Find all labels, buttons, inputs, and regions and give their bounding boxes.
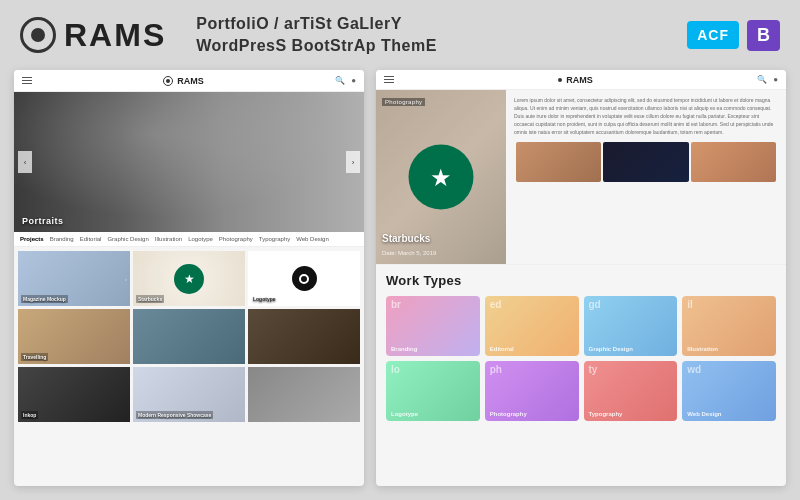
hero-prev-button[interactable]: ‹ — [18, 151, 32, 173]
header: RAMS PortfoliO / arTiSt GaLlerY WordPres… — [0, 0, 800, 70]
left-preview-header: RAMS 🔍 ● — [14, 70, 364, 92]
mosaic-girl-photo — [516, 142, 601, 182]
menu-icon[interactable]: ● — [351, 76, 356, 85]
work-type-label-branding: Branding — [391, 346, 417, 352]
left-preview-logo: RAMS — [163, 76, 204, 86]
starbucks-title: Starbucks — [382, 233, 430, 244]
right-top-section: Photography ★ Starbucks Date: March 5, 2… — [376, 90, 786, 265]
starbucks-star-icon: ★ — [184, 272, 195, 286]
grid-item-logotype[interactable]: Logotype — [248, 251, 360, 306]
grid-item-label: Magazine Mockup — [21, 295, 68, 303]
left-preview-panel: RAMS 🔍 ● Portraits ‹ › Projects Branding… — [14, 70, 364, 486]
work-types-grid-bottom: lo Logotype ph Photography ty Typography… — [386, 361, 776, 421]
mosaic-tablet-photo — [603, 142, 688, 182]
work-type-label-il: Illustration — [687, 346, 718, 352]
badges-area: ACF B — [687, 20, 780, 51]
card-label-top-lo: lo — [391, 365, 400, 375]
logo-area: RAMS — [20, 17, 166, 54]
portfolio-grid: Magazine Mockup › ★ Starbucks Logotype T… — [14, 247, 364, 426]
filter-tab-typography[interactable]: Typography — [259, 236, 290, 242]
work-type-branding[interactable]: br Branding — [386, 296, 480, 356]
work-types-title: Work Types — [386, 273, 776, 288]
grid-item-travelling[interactable]: Travelling — [18, 309, 130, 364]
search-icon[interactable]: 🔍 — [335, 76, 345, 85]
image-mosaic — [514, 140, 778, 184]
filter-tab-editorial[interactable]: Editorial — [80, 236, 102, 242]
right-preview-panel: RAMS 🔍 ● Photography ★ Starbucks Date: M… — [376, 70, 786, 486]
logo-text: RAMS — [64, 17, 166, 54]
grid-item-label-logotype: Logotype — [251, 295, 278, 303]
card-label-top-ph: ph — [490, 365, 502, 375]
grid-item-magazine-mockup[interactable]: Magazine Mockup › — [18, 251, 130, 306]
right-preview-logo: RAMS — [558, 75, 593, 85]
work-type-label-lo: Logotype — [391, 411, 418, 417]
card-label-top-ty: ty — [589, 365, 598, 375]
work-type-label-ph: Photography — [490, 411, 527, 417]
work-type-logotype[interactable]: lo Logotype — [386, 361, 480, 421]
work-types-grid-top: br Branding ed Editorial gd Graphic Desi… — [386, 296, 776, 356]
work-type-illustration[interactable]: il Illustration — [682, 296, 776, 356]
work-type-web-design[interactable]: wd Web Design — [682, 361, 776, 421]
work-type-graphic-design[interactable]: gd Graphic Design — [584, 296, 678, 356]
work-type-label-gd: Graphic Design — [589, 346, 633, 352]
hamburger-icon[interactable] — [22, 77, 32, 85]
filter-tab-graphic-design[interactable]: Graphic Design — [107, 236, 148, 242]
mini-logo-circle — [163, 76, 173, 86]
bootstrap-badge: B — [747, 20, 780, 51]
starbucks-date: Date: March 5, 2019 — [382, 250, 436, 256]
subtitle-line2: WordPresS BootStrAp ThemE — [196, 35, 687, 57]
right-search-icon[interactable]: 🔍 — [757, 75, 767, 84]
work-type-photography[interactable]: ph Photography — [485, 361, 579, 421]
grid-item-label-travelling: Travelling — [21, 353, 48, 361]
right-menu-dot[interactable]: ● — [773, 75, 778, 84]
right-preview-header: RAMS 🔍 ● — [376, 70, 786, 90]
card-label-top-editorial: ed — [490, 300, 502, 310]
starbucks-overlay: ★ — [409, 145, 474, 210]
starbucks-big-circle: ★ — [409, 145, 474, 210]
filter-tabs: Projects Branding Editorial Graphic Desi… — [14, 232, 364, 247]
grid-item-other[interactable] — [248, 367, 360, 422]
card-label-top-il: il — [687, 300, 693, 310]
grid-item-inkop[interactable]: Inkop — [18, 367, 130, 422]
filter-tab-branding[interactable]: Branding — [50, 236, 74, 242]
card-label-top-gd: gd — [589, 300, 601, 310]
grid-item-starbucks[interactable]: ★ Starbucks — [133, 251, 245, 306]
main-content: RAMS 🔍 ● Portraits ‹ › Projects Branding… — [0, 70, 800, 500]
right-hamburger-icon[interactable] — [384, 76, 394, 84]
right-header-icons: 🔍 ● — [757, 75, 778, 84]
card-label-top-wd: wd — [687, 365, 701, 375]
hero-area: Portraits ‹ › — [14, 92, 364, 232]
grid-item-modern-showcase[interactable]: Modern Responsive Showcase — [133, 367, 245, 422]
work-type-label-editorial: Editorial — [490, 346, 514, 352]
acf-badge: ACF — [687, 21, 739, 49]
grid-item-label-inkop: Inkop — [21, 411, 38, 419]
portrait-overlay — [14, 92, 364, 232]
filter-tab-logotype[interactable]: Logotype — [188, 236, 213, 242]
work-types-section: Work Types br Branding ed Editorial gd G… — [376, 265, 786, 434]
grid-item-label-modern: Modern Responsive Showcase — [136, 411, 213, 419]
work-type-label-ty: Typography — [589, 411, 623, 417]
right-starbucks-panel: Photography ★ Starbucks Date: March 5, 2… — [376, 90, 506, 264]
logotype-inner-ring — [299, 274, 309, 284]
logo-inner-dot — [31, 28, 45, 42]
preview-header-icons: 🔍 ● — [335, 76, 356, 85]
starbucks-logo-circle: ★ — [174, 264, 204, 294]
starbucks-big-star: ★ — [430, 163, 452, 191]
mosaic-coffee-photo — [691, 142, 776, 182]
hero-label: Portraits — [22, 216, 64, 226]
filter-tab-web-design[interactable]: Web Design — [296, 236, 329, 242]
hero-next-button[interactable]: › — [346, 151, 360, 173]
work-type-label-wd: Web Design — [687, 411, 721, 417]
grid-item-texture[interactable] — [248, 309, 360, 364]
card-label-top-branding: br — [391, 300, 401, 310]
work-type-editorial[interactable]: ed Editorial — [485, 296, 579, 356]
grid-arrow-icon: › — [125, 276, 127, 282]
right-top-right: Lorem ipsum dolor sit amet, consectetur … — [506, 90, 786, 264]
filter-tab-illustration[interactable]: Illustration — [155, 236, 182, 242]
grid-item-city[interactable] — [133, 309, 245, 364]
filter-tab-photography[interactable]: Photography — [219, 236, 253, 242]
photography-label: Photography — [382, 98, 425, 106]
filter-tab-projects[interactable]: Projects — [20, 236, 44, 242]
logo-circle-icon — [20, 17, 56, 53]
work-type-typography[interactable]: ty Typography — [584, 361, 678, 421]
